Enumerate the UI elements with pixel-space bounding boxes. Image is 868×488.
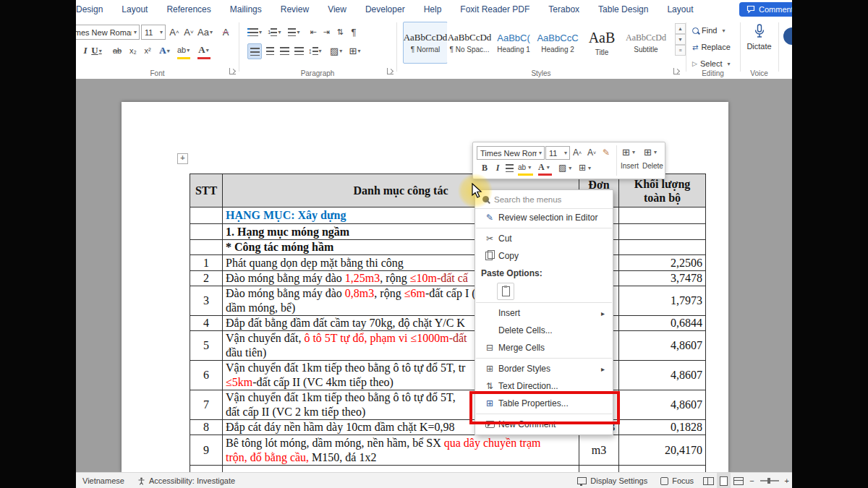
cell-qty[interactable]: 2,2506 bbox=[619, 255, 706, 271]
cell-stt[interactable]: 4 bbox=[190, 316, 223, 331]
mini-font-color-button[interactable]: A▾ bbox=[538, 160, 552, 176]
superscript-button[interactable]: x² bbox=[141, 43, 154, 58]
cell-stt[interactable]: 3 bbox=[190, 286, 223, 316]
cell-unit[interactable]: m3 bbox=[579, 435, 619, 466]
cell-stt[interactable]: 5 bbox=[190, 331, 223, 361]
mini-align-button[interactable] bbox=[503, 161, 515, 174]
zoom-slider[interactable] bbox=[760, 480, 779, 481]
strikethrough-button[interactable]: ab bbox=[111, 43, 124, 58]
align-left-button[interactable] bbox=[247, 43, 262, 59]
menu-search-input[interactable]: Search the menus bbox=[475, 190, 613, 209]
font-size-combo[interactable]: 11▾ bbox=[141, 25, 166, 40]
show-marks-button[interactable]: ¶ bbox=[347, 25, 360, 39]
cell-qty[interactable] bbox=[619, 207, 706, 224]
format-painter-icon[interactable]: ✎ bbox=[600, 146, 612, 159]
paragraph-dialog-launcher-icon[interactable] bbox=[387, 68, 393, 74]
comments-button[interactable]: Comment bbox=[739, 2, 792, 17]
underline-button[interactable]: U▾ bbox=[90, 43, 103, 58]
menu-item-copy[interactable]: Copy bbox=[475, 247, 613, 265]
menu-item-insert[interactable]: Insert▸ bbox=[475, 304, 613, 322]
menu-item-border-styles[interactable]: ⊞Border Styles▸ bbox=[475, 360, 613, 377]
highlight-color-button[interactable]: ab▾ bbox=[177, 43, 190, 59]
menu-item-merge-cells[interactable]: ⊟Merge Cells bbox=[475, 339, 613, 356]
ribbon-tab-developer[interactable]: Developer bbox=[356, 4, 414, 14]
mini-bold-button[interactable]: B bbox=[479, 161, 490, 174]
cell-qty[interactable]: 4,8607 bbox=[619, 361, 706, 390]
work-items-table[interactable]: STT Danh mục công tác Đơn vị Khối lượng … bbox=[190, 174, 706, 474]
ribbon-tab-references[interactable]: References bbox=[157, 4, 220, 14]
justify-button[interactable] bbox=[292, 43, 305, 58]
focus-button[interactable]: Focus bbox=[654, 473, 700, 488]
styles-scroll-down-button[interactable]: ▼ bbox=[675, 34, 686, 45]
table-move-handle[interactable]: + bbox=[177, 153, 188, 164]
mini-italic-button[interactable]: I bbox=[492, 161, 503, 174]
style-card-subtitle[interactable]: AaBbCcDdSubtitle bbox=[624, 22, 668, 64]
cell-qty[interactable]: 4,8607 bbox=[619, 331, 706, 361]
cell-stt[interactable]: 7 bbox=[190, 390, 223, 420]
menu-item-review-selection-in-editor[interactable]: ✎Review selection in Editor bbox=[475, 209, 613, 226]
header-stt[interactable]: STT bbox=[190, 174, 223, 207]
ribbon-tab-terabox[interactable]: Terabox bbox=[539, 4, 589, 14]
cell-stt[interactable] bbox=[190, 224, 223, 240]
mini-font-size-combo[interactable]: 11▾ bbox=[545, 146, 570, 160]
numbered-list-button[interactable]: 1▾ bbox=[268, 25, 281, 39]
web-layout-button[interactable] bbox=[731, 473, 746, 488]
accessibility-status[interactable]: Accessibility: Investigate bbox=[131, 473, 242, 488]
cell-stt[interactable] bbox=[190, 240, 223, 255]
ribbon-tab-layout[interactable]: Layout bbox=[658, 4, 702, 14]
borders-button[interactable]: ⊞▾ bbox=[349, 43, 362, 58]
styles-dialog-launcher-icon[interactable] bbox=[673, 68, 680, 74]
cell-qty[interactable]: 20,4170 bbox=[619, 435, 706, 466]
cell-stt[interactable]: 9 bbox=[190, 435, 223, 466]
mini-grow-font-button[interactable]: A˄ bbox=[571, 146, 583, 159]
ribbon-tab-view[interactable]: View bbox=[318, 4, 356, 14]
cell-stt[interactable] bbox=[190, 207, 223, 224]
editor-button[interactable] bbox=[783, 27, 792, 45]
cell-qty[interactable]: 3,7478 bbox=[619, 271, 706, 286]
styles-scroll-up-button[interactable]: ▲ bbox=[675, 23, 686, 34]
cell-desc[interactable]: Bê tông lót móng, dầm móng, nền hầm, bể … bbox=[223, 435, 579, 466]
cell-qty[interactable] bbox=[619, 240, 706, 255]
increase-indent-button[interactable]: ⇥ bbox=[320, 25, 333, 39]
ribbon-tab-foxit-reader-pdf[interactable]: Foxit Reader PDF bbox=[451, 4, 539, 14]
shading-button[interactable]: ▨▾ bbox=[330, 43, 343, 58]
decrease-indent-button[interactable]: ⇤ bbox=[307, 25, 320, 39]
print-layout-button[interactable] bbox=[717, 473, 731, 488]
multilevel-list-button[interactable]: ▾ bbox=[288, 25, 301, 39]
style-card-heading-2[interactable]: AaBbCcCHeading 2 bbox=[535, 22, 580, 64]
grow-font-button[interactable]: A˄ bbox=[168, 25, 181, 39]
style-card-normal[interactable]: AaBbCcDd¶ Normal bbox=[403, 22, 448, 64]
cell-qty[interactable]: 1,7973 bbox=[619, 286, 706, 316]
font-color-button[interactable]: A▾ bbox=[197, 43, 210, 59]
mini-delete-button[interactable]: ⊞▾ bbox=[644, 145, 659, 158]
cell-stt[interactable]: 8 bbox=[190, 420, 223, 435]
cell-qty[interactable] bbox=[619, 224, 706, 240]
font-name-combo[interactable]: Times New Roman▾ bbox=[76, 25, 140, 40]
styles-more-button[interactable]: ≡ bbox=[675, 45, 686, 56]
align-center-button[interactable] bbox=[263, 43, 276, 58]
subscript-button[interactable]: x₂ bbox=[127, 43, 140, 58]
select-button[interactable]: ▷Select▾ bbox=[692, 57, 733, 70]
cell-stt[interactable]: 6 bbox=[190, 361, 223, 390]
mini-highlight-button[interactable]: ab▾ bbox=[518, 160, 533, 176]
ribbon-tab-design[interactable]: Design bbox=[76, 4, 112, 14]
paste-option-button[interactable] bbox=[497, 283, 514, 300]
read-mode-button[interactable] bbox=[700, 473, 717, 488]
bullet-list-button[interactable]: ▾ bbox=[247, 25, 263, 39]
align-right-button[interactable] bbox=[278, 43, 291, 58]
zoom-out-button[interactable]: − bbox=[746, 473, 757, 488]
find-button[interactable]: Find▾ bbox=[692, 24, 727, 37]
ribbon-tab-layout[interactable]: Layout bbox=[112, 4, 157, 14]
cell-qty[interactable]: 0,6844 bbox=[619, 316, 706, 331]
mini-insert-button[interactable]: ⊞▾ bbox=[622, 145, 637, 158]
ribbon-tab-mailings[interactable]: Mailings bbox=[221, 4, 271, 14]
dictate-button[interactable]: Dictate bbox=[740, 23, 778, 51]
mini-shading-button[interactable]: ▨▾ bbox=[558, 161, 574, 174]
cell-stt[interactable]: 2 bbox=[190, 271, 223, 286]
menu-item-delete-cells[interactable]: Delete Cells... bbox=[475, 322, 613, 339]
sort-button[interactable]: ⇅ bbox=[333, 25, 346, 39]
mini-borders-button[interactable]: ⊞▾ bbox=[579, 161, 593, 174]
clear-formatting-button[interactable]: A bbox=[219, 25, 232, 39]
style-card-title[interactable]: AaBTitle bbox=[579, 22, 624, 64]
change-case-button[interactable]: Aa▾ bbox=[197, 25, 213, 39]
